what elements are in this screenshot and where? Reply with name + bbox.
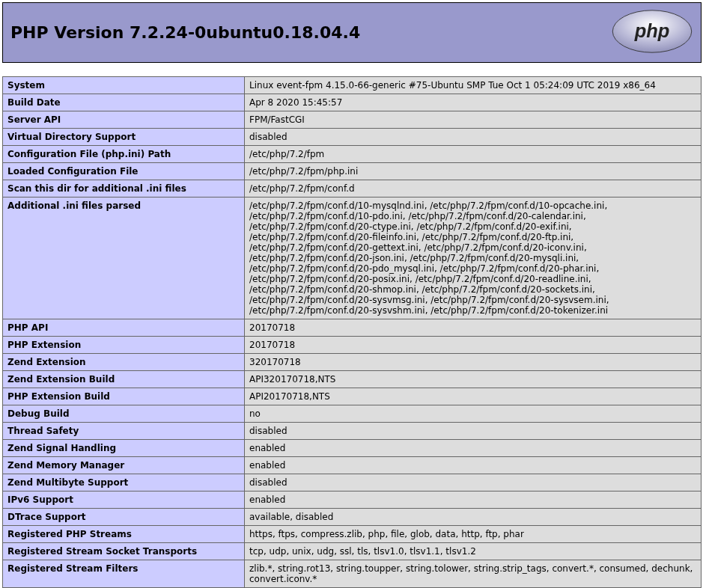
table-row: Additional .ini files parsed/etc/php/7.2…	[3, 197, 702, 319]
php-info-table: SystemLinux event-fpm 4.15.0-66-generic …	[2, 76, 702, 588]
table-row: Zend Extension BuildAPI320170718,NTS	[3, 371, 702, 388]
info-value: disabled	[245, 474, 702, 491]
table-row: Zend Signal Handlingenabled	[3, 440, 702, 457]
table-row: PHP Extension BuildAPI20170718,NTS	[3, 388, 702, 405]
info-value: no	[245, 405, 702, 423]
info-value: disabled	[245, 129, 702, 146]
info-label: Registered Stream Socket Transports	[3, 543, 245, 560]
info-value: enabled	[245, 457, 702, 474]
info-label: Zend Extension Build	[3, 371, 245, 388]
info-value: API320170718,NTS	[245, 371, 702, 388]
table-row: PHP API20170718	[3, 319, 702, 337]
info-value: Apr 8 2020 15:45:57	[245, 94, 702, 111]
table-row: Server APIFPM/FastCGI	[3, 111, 702, 129]
php-version-title: PHP Version 7.2.24-0ubuntu0.18.04.4	[10, 23, 360, 42]
info-label: Thread Safety	[3, 423, 245, 440]
table-row: Configuration File (php.ini) Path/etc/ph…	[3, 146, 702, 163]
table-row: Loaded Configuration File/etc/php/7.2/fp…	[3, 163, 702, 180]
table-row: Zend Multibyte Supportdisabled	[3, 474, 702, 491]
table-row: Zend Extension320170718	[3, 354, 702, 371]
info-value: enabled	[245, 491, 702, 509]
table-row: Registered Stream Socket Transportstcp, …	[3, 543, 702, 560]
info-label: DTrace Support	[3, 509, 245, 526]
info-label: Debug Build	[3, 405, 245, 423]
table-row: Scan this dir for additional .ini files/…	[3, 180, 702, 197]
info-label: Loaded Configuration File	[3, 163, 245, 180]
table-row: Virtual Directory Supportdisabled	[3, 129, 702, 146]
info-value: Linux event-fpm 4.15.0-66-generic #75-Ub…	[245, 77, 702, 94]
info-label: PHP Extension	[3, 337, 245, 354]
info-label: System	[3, 77, 245, 94]
table-row: DTrace Supportavailable, disabled	[3, 509, 702, 526]
info-label: Build Date	[3, 94, 245, 111]
info-value: /etc/php/7.2/fpm/conf.d	[245, 180, 702, 197]
info-value: https, ftps, compress.zlib, php, file, g…	[245, 526, 702, 543]
info-value: FPM/FastCGI	[245, 111, 702, 129]
info-value: zlib.*, string.rot13, string.toupper, st…	[245, 560, 702, 588]
info-value: 20170718	[245, 319, 702, 337]
info-label: Zend Multibyte Support	[3, 474, 245, 491]
info-value: /etc/php/7.2/fpm	[245, 146, 702, 163]
table-row: SystemLinux event-fpm 4.15.0-66-generic …	[3, 77, 702, 94]
info-label: Additional .ini files parsed	[3, 197, 245, 319]
info-value: API20170718,NTS	[245, 388, 702, 405]
info-value: /etc/php/7.2/fpm/conf.d/10-mysqlnd.ini, …	[245, 197, 702, 319]
info-label: Zend Signal Handling	[3, 440, 245, 457]
table-row: Debug Buildno	[3, 405, 702, 423]
info-label: PHP Extension Build	[3, 388, 245, 405]
info-value: /etc/php/7.2/fpm/php.ini	[245, 163, 702, 180]
php-info-header: PHP Version 7.2.24-0ubuntu0.18.04.4 php	[2, 2, 702, 63]
info-label: Registered PHP Streams	[3, 526, 245, 543]
info-label: Zend Extension	[3, 354, 245, 371]
info-label: PHP API	[3, 319, 245, 337]
info-value: available, disabled	[245, 509, 702, 526]
php-logo: php	[611, 9, 693, 56]
info-label: Registered Stream Filters	[3, 560, 245, 588]
table-row: IPv6 Supportenabled	[3, 491, 702, 509]
table-row: Registered PHP Streamshttps, ftps, compr…	[3, 526, 702, 543]
info-value: 20170718	[245, 337, 702, 354]
info-value: enabled	[245, 440, 702, 457]
info-value: disabled	[245, 423, 702, 440]
info-value: 320170718	[245, 354, 702, 371]
info-label: Zend Memory Manager	[3, 457, 245, 474]
info-label: Configuration File (php.ini) Path	[3, 146, 245, 163]
svg-text:php: php	[634, 20, 670, 41]
php-logo-icon: php	[611, 9, 693, 54]
info-label: Server API	[3, 111, 245, 129]
table-row: PHP Extension20170718	[3, 337, 702, 354]
info-label: IPv6 Support	[3, 491, 245, 509]
info-label: Scan this dir for additional .ini files	[3, 180, 245, 197]
table-row: Thread Safetydisabled	[3, 423, 702, 440]
table-row: Zend Memory Managerenabled	[3, 457, 702, 474]
table-row: Registered Stream Filterszlib.*, string.…	[3, 560, 702, 588]
info-label: Virtual Directory Support	[3, 129, 245, 146]
info-value: tcp, udp, unix, udg, ssl, tls, tlsv1.0, …	[245, 543, 702, 560]
table-row: Build DateApr 8 2020 15:45:57	[3, 94, 702, 111]
